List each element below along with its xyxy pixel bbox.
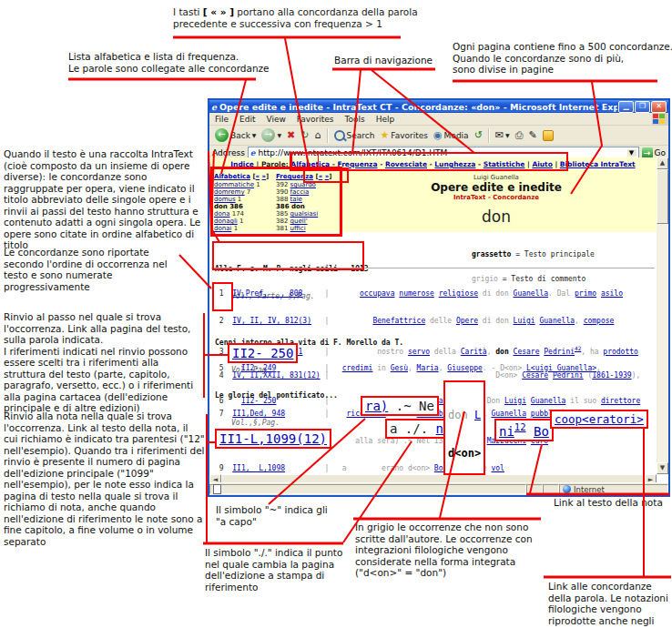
print-button[interactable]: ⎙ <box>515 129 524 141</box>
link[interactable]: quell' <box>290 218 308 225</box>
link[interactable]: domus <box>214 196 236 203</box>
maximize-button[interactable]: ❐ <box>635 101 650 113</box>
close-button[interactable]: ✕ <box>651 101 667 113</box>
scroll-down-icon[interactable]: ▼ <box>657 462 668 474</box>
scroll-up-icon[interactable]: ▲ <box>657 157 668 169</box>
messenger-button[interactable] <box>543 130 554 141</box>
annotation-pages: Ogni pagina contiene fino a 500 concorda… <box>453 41 672 76</box>
link[interactable]: II1-L,1099(12) <box>219 431 327 446</box>
menu-file[interactable]: File <box>209 115 234 124</box>
window-title: Opere edite e inedite - IntraText CT - C… <box>219 102 617 112</box>
scrollbar-thumb[interactable] <box>657 169 668 224</box>
link[interactable]: dona <box>214 210 229 218</box>
link[interactable]: primo <box>575 289 596 298</box>
alphabetic-list: Alfabetica [« »] dommatiche 1domremy 7do… <box>214 173 270 232</box>
vertical-scrollbar[interactable]: ▲ ▼ <box>657 157 668 474</box>
text-segment: il suo <box>565 397 601 405</box>
home-button[interactable]: ⌂ <box>315 129 321 141</box>
text-segment: 5 <box>215 364 241 372</box>
back-dropdown-icon[interactable]: ▼ <box>252 132 257 138</box>
link[interactable]: Alfabetica <box>214 173 250 180</box>
link[interactable]: vol <box>491 464 504 472</box>
history-button[interactable]: ↺ <box>474 129 483 141</box>
menu-tools[interactable]: Tools <box>340 115 371 124</box>
link[interactable]: dommatiche <box>214 181 254 188</box>
link[interactable]: L<uigi Guanella> <box>526 364 596 372</box>
status-pane <box>526 484 543 494</box>
link[interactable]: religiose <box>439 289 478 298</box>
link[interactable]: sguardo <box>290 181 316 188</box>
text-segment: , <box>439 364 448 372</box>
link[interactable]: II1,Ded, 948 <box>232 410 285 418</box>
link[interactable]: Guanella <box>514 289 549 298</box>
menu-favorites[interactable]: Favorites <box>291 115 340 124</box>
link[interactable]: Guanella <box>539 317 575 325</box>
link[interactable]: Gesù <box>391 364 408 372</box>
text-segment: 7 <box>215 410 232 418</box>
link[interactable]: II2- 249 <box>241 364 277 372</box>
media-button[interactable]: ◉ Media <box>433 129 469 141</box>
word-list-row: domremy 7 <box>214 188 270 196</box>
frequency-list-header[interactable]: Frequenza [« »] <box>276 173 332 180</box>
address-dropdown-icon[interactable]: ▼ <box>627 149 636 157</box>
link[interactable]: Giuseppe <box>447 364 483 372</box>
link[interactable]: II2- 250 <box>232 346 293 360</box>
link[interactable]: Guanella <box>491 410 526 418</box>
link[interactable]: asilo <box>601 289 623 298</box>
link[interactable]: IV,Pref, , 808 <box>232 289 302 298</box>
text-segment <box>333 410 346 418</box>
link[interactable]: uffici <box>290 225 306 232</box>
link[interactable]: L <box>474 409 481 421</box>
menu-edit[interactable]: Edit <box>234 115 260 124</box>
minimize-button[interactable]: ▁ <box>618 101 634 113</box>
link[interactable]: occupava <box>360 289 395 298</box>
edit-button[interactable]: ✎ <box>529 129 537 141</box>
callout-bold-line: d<on> <box>448 447 481 460</box>
search-button[interactable]: Search <box>334 130 375 141</box>
link[interactable]: Biblioteca IntraText <box>560 160 636 168</box>
link[interactable]: donai <box>214 225 231 232</box>
callout-reference: II2- 250 <box>228 343 298 363</box>
link[interactable]: coop<eratori> <box>555 412 644 426</box>
link[interactable]: credimi <box>342 364 373 372</box>
link[interactable]: 12 <box>514 421 526 432</box>
back-button[interactable]: ← Back ▼ <box>215 128 256 142</box>
home-icon: ⌂ <box>315 129 321 141</box>
menu-help[interactable]: Help <box>371 115 401 124</box>
favorites-button[interactable]: ★ Favorites <box>380 129 428 141</box>
refresh-button[interactable]: ↻ <box>300 129 309 141</box>
link[interactable]: Maria <box>417 364 439 372</box>
go-button[interactable]: → Go <box>642 147 666 158</box>
menu-view[interactable]: View <box>261 115 291 124</box>
link[interactable]: direttore <box>601 397 640 405</box>
link[interactable]: numerose <box>399 289 434 298</box>
link[interactable]: Indice <box>230 160 254 168</box>
link[interactable]: Statistiche <box>484 160 525 168</box>
link[interactable]: Rovesciate <box>385 160 427 168</box>
title-bar[interactable]: e Opere edite e inedite - IntraText CT -… <box>209 100 668 113</box>
link[interactable]: faccia <box>290 188 310 196</box>
link[interactable]: Luigi <box>514 317 535 325</box>
link[interactable]: Frequenza <box>276 173 313 180</box>
link[interactable]: compose <box>584 317 615 325</box>
link[interactable]: Aiuto <box>532 160 552 168</box>
link[interactable]: Bo <box>534 424 549 439</box>
mail-button[interactable]: ✉▼ <box>495 129 510 141</box>
link[interactable]: Lunghezza <box>434 160 475 168</box>
link[interactable]: domremy <box>214 188 245 196</box>
link[interactable]: qualsiasi <box>290 210 319 218</box>
link[interactable]: ni <box>499 424 514 439</box>
link[interactable]: ra) <box>365 399 388 413</box>
text-segment: 381 <box>276 225 290 232</box>
link[interactable]: Alfabetica <box>290 160 330 168</box>
forward-button[interactable]: →▼ <box>261 128 281 142</box>
status-left-pane <box>209 484 526 494</box>
link[interactable]: Opere <box>456 317 478 325</box>
status-pane <box>543 484 559 494</box>
alphabetic-list-header[interactable]: Alfabetica [« »] <box>214 173 270 180</box>
work-title: Opere edite e inedite <box>346 181 647 194</box>
link[interactable]: donagli <box>214 218 238 225</box>
stop-button[interactable]: ✖ <box>287 129 295 141</box>
link[interactable]: tale <box>290 196 302 203</box>
link[interactable]: Frequenza <box>338 160 378 168</box>
